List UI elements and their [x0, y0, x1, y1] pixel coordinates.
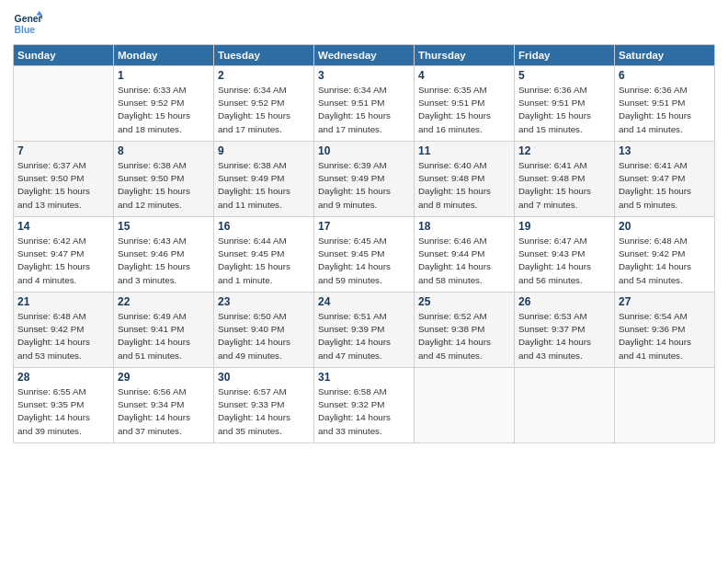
calendar-cell: 31Sunrise: 6:58 AMSunset: 9:32 PMDayligh…	[314, 368, 415, 443]
day-number: 4	[418, 69, 510, 82]
calendar-cell: 1Sunrise: 6:33 AMSunset: 9:52 PMDaylight…	[114, 66, 214, 142]
cell-info: Sunrise: 6:37 AMSunset: 9:50 PMDaylight:…	[17, 159, 109, 212]
day-number: 31	[318, 371, 410, 384]
cell-info: Sunrise: 6:57 AMSunset: 9:33 PMDaylight:…	[218, 385, 310, 438]
cell-info: Sunrise: 6:44 AMSunset: 9:45 PMDaylight:…	[218, 235, 310, 287]
day-number: 20	[619, 220, 711, 233]
day-number: 19	[518, 220, 610, 233]
calendar-header-row: SundayMondayTuesdayWednesdayThursdayFrid…	[14, 45, 715, 66]
svg-text:Blue: Blue	[15, 25, 36, 35]
cell-info: Sunrise: 6:38 AMSunset: 9:49 PMDaylight:…	[218, 159, 310, 212]
day-number: 26	[518, 295, 610, 308]
day-number: 29	[118, 371, 210, 384]
day-header-sunday: Sunday	[14, 45, 114, 66]
cell-info: Sunrise: 6:41 AMSunset: 9:47 PMDaylight:…	[619, 159, 711, 212]
day-number: 25	[418, 295, 510, 308]
day-number: 23	[218, 295, 310, 308]
cell-info: Sunrise: 6:38 AMSunset: 9:50 PMDaylight:…	[118, 159, 210, 212]
calendar-cell: 29Sunrise: 6:56 AMSunset: 9:34 PMDayligh…	[114, 368, 214, 443]
cell-info: Sunrise: 6:56 AMSunset: 9:34 PMDaylight:…	[118, 385, 210, 438]
svg-text:General: General	[15, 14, 42, 24]
calendar-cell: 10Sunrise: 6:39 AMSunset: 9:49 PMDayligh…	[314, 142, 415, 217]
calendar-cell: 21Sunrise: 6:48 AMSunset: 9:42 PMDayligh…	[14, 293, 114, 368]
day-number: 28	[17, 371, 109, 384]
page: General Blue SundayMondayTuesdayWednesda…	[0, 0, 728, 563]
cell-info: Sunrise: 6:43 AMSunset: 9:46 PMDaylight:…	[118, 235, 210, 287]
calendar-cell: 19Sunrise: 6:47 AMSunset: 9:43 PMDayligh…	[515, 217, 615, 293]
calendar-cell: 6Sunrise: 6:36 AMSunset: 9:51 PMDaylight…	[615, 66, 715, 142]
calendar-cell	[14, 66, 114, 142]
calendar-cell: 15Sunrise: 6:43 AMSunset: 9:46 PMDayligh…	[114, 217, 214, 293]
cell-info: Sunrise: 6:42 AMSunset: 9:47 PMDaylight:…	[17, 235, 109, 287]
day-number: 7	[17, 144, 109, 157]
day-number: 11	[418, 144, 510, 157]
calendar-cell: 30Sunrise: 6:57 AMSunset: 9:33 PMDayligh…	[214, 368, 314, 443]
logo-icon: General Blue	[13, 9, 42, 39]
day-header-saturday: Saturday	[615, 45, 715, 66]
day-number: 21	[17, 295, 109, 308]
cell-info: Sunrise: 6:35 AMSunset: 9:51 PMDaylight:…	[418, 84, 510, 136]
calendar-cell: 3Sunrise: 6:34 AMSunset: 9:51 PMDaylight…	[314, 66, 415, 142]
calendar-cell: 16Sunrise: 6:44 AMSunset: 9:45 PMDayligh…	[214, 217, 314, 293]
calendar-cell: 9Sunrise: 6:38 AMSunset: 9:49 PMDaylight…	[214, 142, 314, 217]
day-number: 18	[418, 220, 510, 233]
cell-info: Sunrise: 6:34 AMSunset: 9:52 PMDaylight:…	[218, 84, 310, 136]
calendar-cell: 18Sunrise: 6:46 AMSunset: 9:44 PMDayligh…	[415, 217, 515, 293]
day-header-monday: Monday	[114, 45, 214, 66]
header: General Blue	[13, 9, 715, 39]
day-header-thursday: Thursday	[415, 45, 515, 66]
day-number: 6	[619, 69, 711, 82]
day-number: 9	[218, 144, 310, 157]
calendar-week-row: 1Sunrise: 6:33 AMSunset: 9:52 PMDaylight…	[14, 66, 715, 142]
day-number: 13	[619, 144, 711, 157]
calendar-cell: 26Sunrise: 6:53 AMSunset: 9:37 PMDayligh…	[515, 293, 615, 368]
calendar-cell: 4Sunrise: 6:35 AMSunset: 9:51 PMDaylight…	[415, 66, 515, 142]
cell-info: Sunrise: 6:33 AMSunset: 9:52 PMDaylight:…	[118, 84, 210, 136]
calendar-cell: 27Sunrise: 6:54 AMSunset: 9:36 PMDayligh…	[615, 293, 715, 368]
day-number: 30	[218, 371, 310, 384]
cell-info: Sunrise: 6:46 AMSunset: 9:44 PMDaylight:…	[418, 235, 510, 287]
cell-info: Sunrise: 6:48 AMSunset: 9:42 PMDaylight:…	[17, 310, 109, 362]
cell-info: Sunrise: 6:53 AMSunset: 9:37 PMDaylight:…	[518, 310, 610, 362]
day-number: 16	[218, 220, 310, 233]
calendar-cell: 25Sunrise: 6:52 AMSunset: 9:38 PMDayligh…	[415, 293, 515, 368]
day-number: 3	[318, 69, 410, 82]
calendar-cell: 11Sunrise: 6:40 AMSunset: 9:48 PMDayligh…	[415, 142, 515, 217]
calendar-cell: 2Sunrise: 6:34 AMSunset: 9:52 PMDaylight…	[214, 66, 314, 142]
cell-info: Sunrise: 6:40 AMSunset: 9:48 PMDaylight:…	[418, 159, 510, 212]
cell-info: Sunrise: 6:49 AMSunset: 9:41 PMDaylight:…	[118, 310, 210, 362]
cell-info: Sunrise: 6:39 AMSunset: 9:49 PMDaylight:…	[318, 159, 410, 212]
calendar-week-row: 21Sunrise: 6:48 AMSunset: 9:42 PMDayligh…	[14, 293, 715, 368]
calendar-cell: 28Sunrise: 6:55 AMSunset: 9:35 PMDayligh…	[14, 368, 114, 443]
calendar-week-row: 14Sunrise: 6:42 AMSunset: 9:47 PMDayligh…	[14, 217, 715, 293]
calendar-cell: 13Sunrise: 6:41 AMSunset: 9:47 PMDayligh…	[615, 142, 715, 217]
day-header-wednesday: Wednesday	[314, 45, 415, 66]
day-header-friday: Friday	[515, 45, 615, 66]
calendar-cell: 7Sunrise: 6:37 AMSunset: 9:50 PMDaylight…	[14, 142, 114, 217]
day-number: 27	[619, 295, 711, 308]
cell-info: Sunrise: 6:48 AMSunset: 9:42 PMDaylight:…	[619, 235, 711, 287]
day-number: 24	[318, 295, 410, 308]
day-number: 8	[118, 144, 210, 157]
cell-info: Sunrise: 6:54 AMSunset: 9:36 PMDaylight:…	[619, 310, 711, 362]
calendar-cell: 23Sunrise: 6:50 AMSunset: 9:40 PMDayligh…	[214, 293, 314, 368]
calendar-cell: 22Sunrise: 6:49 AMSunset: 9:41 PMDayligh…	[114, 293, 214, 368]
day-number: 2	[218, 69, 310, 82]
calendar-cell: 24Sunrise: 6:51 AMSunset: 9:39 PMDayligh…	[314, 293, 415, 368]
calendar-cell: 17Sunrise: 6:45 AMSunset: 9:45 PMDayligh…	[314, 217, 415, 293]
calendar-cell	[515, 368, 615, 443]
calendar-cell: 12Sunrise: 6:41 AMSunset: 9:48 PMDayligh…	[515, 142, 615, 217]
day-number: 12	[518, 144, 610, 157]
logo: General Blue	[13, 9, 42, 39]
calendar-table: SundayMondayTuesdayWednesdayThursdayFrid…	[13, 44, 715, 443]
svg-marker-2	[37, 11, 42, 16]
calendar-week-row: 28Sunrise: 6:55 AMSunset: 9:35 PMDayligh…	[14, 368, 715, 443]
day-header-tuesday: Tuesday	[214, 45, 314, 66]
day-number: 15	[118, 220, 210, 233]
calendar-cell: 5Sunrise: 6:36 AMSunset: 9:51 PMDaylight…	[515, 66, 615, 142]
cell-info: Sunrise: 6:36 AMSunset: 9:51 PMDaylight:…	[619, 84, 711, 136]
cell-info: Sunrise: 6:51 AMSunset: 9:39 PMDaylight:…	[318, 310, 410, 362]
cell-info: Sunrise: 6:45 AMSunset: 9:45 PMDaylight:…	[318, 235, 410, 287]
calendar-cell: 14Sunrise: 6:42 AMSunset: 9:47 PMDayligh…	[14, 217, 114, 293]
day-number: 1	[118, 69, 210, 82]
